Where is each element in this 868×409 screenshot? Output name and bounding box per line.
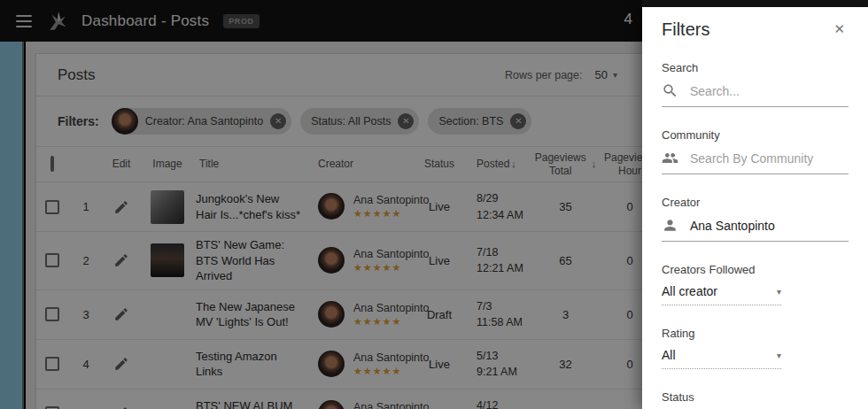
filter-community-section: Community [662,128,849,174]
chevron-down-icon: ▾ [777,351,781,360]
modal-scrim[interactable] [0,0,642,409]
filter-rating-section: Rating All ▾ [662,327,849,369]
community-search-input[interactable] [690,151,849,166]
rating-label: Rating [662,327,849,340]
community-people-icon [662,150,678,166]
search-input[interactable] [690,84,849,98]
chevron-down-icon: ▾ [777,287,781,297]
creator-input[interactable] [690,219,849,233]
rating-select[interactable]: All ▾ [662,348,781,369]
rating-value: All [662,348,676,362]
drawer-title: Filters [662,19,709,40]
search-label: Search [662,61,849,74]
creators-followed-value: All creator [662,284,717,298]
filters-drawer: Filters ✕ Search Community Creator [642,7,868,409]
filter-search-section: Search [662,61,849,107]
filter-creators-followed-section: Creators Followed All creator ▾ [662,263,849,305]
creators-followed-label: Creators Followed [662,263,849,276]
creators-followed-select[interactable]: All creator ▾ [662,284,781,305]
status-label: Status [662,390,849,404]
filter-creator-section: Creator [662,196,849,242]
close-icon[interactable]: ✕ [830,19,849,39]
creator-label: Creator [662,196,849,209]
screen: Dashboard - Posts PROD 4 Posts Rows per … [0,0,868,409]
community-label: Community [662,128,849,142]
filter-status-section: Status All Posts Drafts In Review [662,390,849,409]
person-icon [662,217,678,234]
search-icon [662,82,678,99]
